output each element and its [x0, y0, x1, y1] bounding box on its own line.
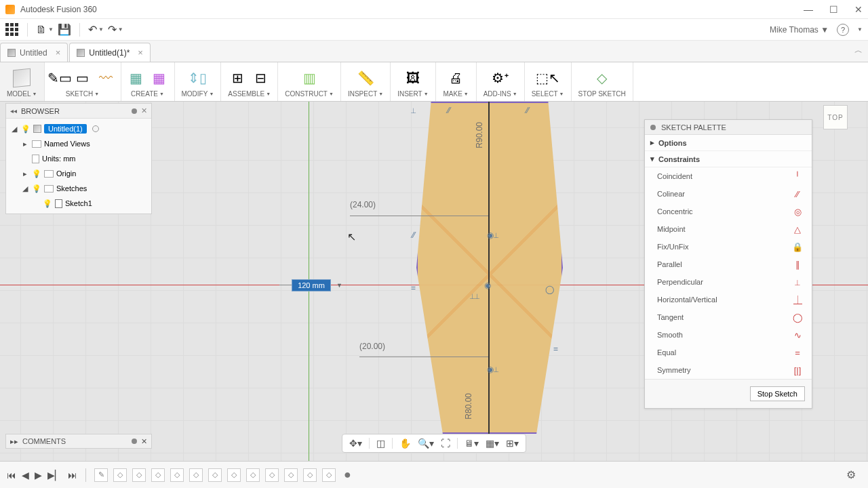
- pin-icon[interactable]: [132, 108, 137, 114]
- close-icon[interactable]: ✕: [141, 437, 147, 446]
- view-cube[interactable]: TOP: [823, 105, 848, 129]
- ribbon-addins[interactable]: ⚙ᐩ ADD-INS▼: [477, 62, 525, 101]
- tl-next[interactable]: ▶▏: [47, 470, 62, 481]
- ribbon-create[interactable]: ▦ ▦ CREATE▼: [121, 62, 175, 101]
- tree-units[interactable]: Units: mm: [6, 151, 151, 166]
- minimize-button[interactable]: —: [804, 4, 813, 15]
- tab-untitled[interactable]: Untitled ×: [0, 43, 68, 62]
- box-icon[interactable]: ▦: [151, 70, 167, 86]
- pin-icon[interactable]: [132, 439, 137, 444]
- constraint-glyph[interactable]: =: [411, 283, 416, 293]
- constraint-glyph[interactable]: ⟂: [411, 106, 416, 115]
- tree-origin[interactable]: ▸💡 Origin: [6, 166, 151, 181]
- ribbon-sketch[interactable]: ✎▭ ▭ 〰 SKETCH▼: [45, 62, 121, 101]
- plane-icon[interactable]: ▥: [301, 70, 317, 86]
- constraint-glyph[interactable]: ◯: [545, 285, 554, 294]
- help-button[interactable]: ?: [837, 24, 849, 36]
- data-panel-icon[interactable]: [5, 23, 19, 37]
- constraint-glyph[interactable]: ⁄⁄: [448, 106, 450, 115]
- sketch-profile[interactable]: [416, 102, 563, 434]
- constraint-hv[interactable]: Horizontal/Vertical⏊: [645, 291, 812, 308]
- ribbon-select[interactable]: ⬚↖ SELECT▼: [525, 62, 572, 101]
- stop-sketch-button[interactable]: Stop Sketch: [750, 386, 805, 401]
- tl-feature[interactable]: ◇: [132, 468, 146, 482]
- ribbon-stop-sketch[interactable]: ◇ STOP SKETCH: [572, 62, 633, 101]
- constraint-perpendicular[interactable]: Perpendicular⟂: [645, 273, 812, 291]
- tab-close[interactable]: ×: [56, 47, 61, 58]
- tab-untitled1[interactable]: Untitled(1)* ×: [69, 43, 151, 62]
- constraint-glyph[interactable]: ⟂⟂: [470, 291, 479, 301]
- undo-button[interactable]: ↶▼: [88, 23, 104, 36]
- constraint-glyph[interactable]: ◉: [484, 281, 491, 290]
- tl-end[interactable]: ⏭: [68, 470, 77, 481]
- lightbulb-icon[interactable]: 💡: [43, 199, 52, 208]
- constraint-smooth[interactable]: Smooth∿: [645, 326, 812, 344]
- ribbon-construct[interactable]: ▥ CONSTRUCT▼: [278, 62, 341, 101]
- constraint-glyph[interactable]: ◉⟂: [487, 230, 498, 240]
- joint-icon[interactable]: ⊞: [230, 70, 246, 86]
- tree-sketches[interactable]: ◢💡 Sketches: [6, 181, 151, 196]
- as-built-icon[interactable]: ⊟: [253, 70, 269, 86]
- lightbulb-icon[interactable]: 💡: [21, 125, 31, 134]
- dim-label-20[interactable]: (20.00): [359, 342, 385, 351]
- lightbulb-off-icon[interactable]: 💡: [32, 169, 41, 178]
- tl-feature[interactable]: ◇: [170, 468, 184, 482]
- tree-sketch1[interactable]: 💡 Sketch1: [6, 196, 151, 211]
- lightbulb-icon[interactable]: 💡: [32, 184, 41, 193]
- tl-prev[interactable]: ◀: [22, 470, 29, 481]
- workspace-switcher[interactable]: MODEL▼: [0, 62, 45, 101]
- effects-icon[interactable]: ▦▾: [486, 438, 499, 449]
- maximize-button[interactable]: ☐: [829, 4, 838, 15]
- lookat-icon[interactable]: ◫: [376, 438, 385, 449]
- constraint-equal[interactable]: Equal=: [645, 344, 812, 361]
- print-icon[interactable]: 🖨: [448, 70, 464, 86]
- ribbon-modify[interactable]: ⇕▯ MODIFY▼: [175, 62, 222, 101]
- tl-play[interactable]: ▶: [35, 470, 42, 481]
- select-icon[interactable]: ⬚↖: [540, 70, 556, 86]
- close-icon[interactable]: ✕: [141, 106, 147, 115]
- tl-feature[interactable]: ◇: [246, 468, 260, 482]
- tl-feature[interactable]: ◇: [189, 468, 203, 482]
- expand-arrows-icon[interactable]: ▸▸: [10, 437, 18, 446]
- constraint-symmetry[interactable]: Symmetry[|]: [645, 361, 812, 379]
- decal-icon[interactable]: 🖼: [405, 70, 421, 86]
- constraint-colinear[interactable]: Colinear⁄⁄: [645, 185, 812, 203]
- ribbon-make[interactable]: 🖨 MAKE▼: [436, 62, 477, 101]
- tl-feature-sketch[interactable]: ✎: [94, 468, 108, 482]
- extrude-icon[interactable]: ▦: [128, 70, 144, 86]
- pin-icon[interactable]: [650, 125, 656, 130]
- spline-icon[interactable]: 〰: [98, 70, 114, 86]
- constraint-glyph[interactable]: ⁄⁄: [412, 230, 415, 240]
- ribbon-insert[interactable]: 🖼 INSERT▼: [391, 62, 435, 101]
- pan-icon[interactable]: ✋: [399, 438, 411, 449]
- zoom-icon[interactable]: 🔍▾: [418, 438, 434, 449]
- tab-close[interactable]: ×: [138, 47, 143, 58]
- tree-named-views[interactable]: ▸ Named Views: [6, 136, 151, 151]
- tl-feature[interactable]: ◇: [208, 468, 222, 482]
- tl-feature[interactable]: ◇: [284, 468, 298, 482]
- constraint-fix[interactable]: Fix/UnFix🔒: [645, 238, 812, 256]
- settings-gear-icon[interactable]: ⚙: [846, 468, 856, 481]
- presspull-icon[interactable]: ⇕▯: [189, 70, 205, 86]
- tl-feature[interactable]: ◇: [151, 468, 165, 482]
- constraint-glyph[interactable]: ⁄⁄: [526, 106, 529, 115]
- display-icon[interactable]: 🖥▾: [465, 438, 479, 449]
- radio-icon[interactable]: [92, 125, 99, 132]
- ribbon-inspect[interactable]: 📏 INSPECT▼: [341, 62, 391, 101]
- constraint-glyph[interactable]: =: [553, 344, 558, 354]
- tl-marker[interactable]: ●: [344, 468, 351, 482]
- tl-feature[interactable]: ◇: [303, 468, 317, 482]
- tabs-expand[interactable]: ︿: [854, 45, 863, 56]
- fit-icon[interactable]: ⛶: [441, 438, 450, 449]
- constraint-concentric[interactable]: Concentric◎: [645, 203, 812, 220]
- tl-feature[interactable]: ◇: [227, 468, 241, 482]
- measure-icon[interactable]: 📏: [357, 70, 374, 86]
- orbit-icon[interactable]: ✥▾: [349, 438, 362, 449]
- dim-r90[interactable]: R90.00: [475, 122, 484, 148]
- dimension-input[interactable]: [292, 279, 331, 291]
- tl-feature[interactable]: ◇: [113, 468, 127, 482]
- tl-start[interactable]: ⏮: [7, 470, 16, 481]
- constraint-tangent[interactable]: Tangent◯: [645, 308, 812, 326]
- create-sketch-icon[interactable]: ✎▭: [52, 70, 68, 86]
- dimension-dropdown[interactable]: ▼: [336, 282, 342, 289]
